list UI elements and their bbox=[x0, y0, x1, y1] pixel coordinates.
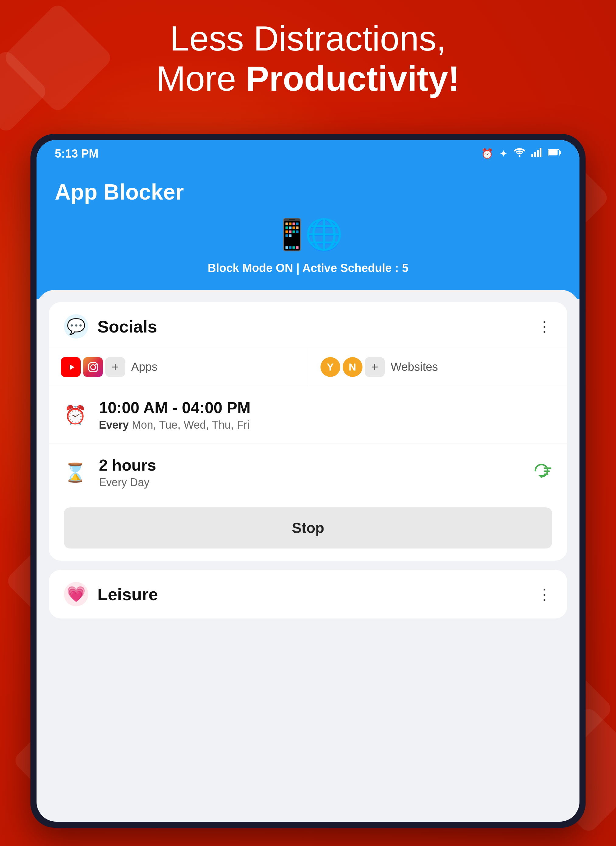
websites-section: Y N + Websites bbox=[308, 348, 567, 386]
add-app-button[interactable]: + bbox=[105, 357, 125, 377]
add-website-button[interactable]: + bbox=[365, 357, 385, 377]
leisure-category-icon: 💗 bbox=[64, 582, 88, 606]
socials-category-icon: 💬 bbox=[64, 314, 88, 339]
website-icon-y: Y bbox=[320, 357, 340, 377]
apps-section: + Apps bbox=[49, 348, 308, 386]
schedule-every-label: Every bbox=[99, 419, 129, 431]
leisure-title-group: 💗 Leisure bbox=[64, 582, 158, 606]
websites-label: Websites bbox=[391, 360, 438, 373]
svg-rect-4 bbox=[540, 148, 541, 157]
usage-row: ⌛ 2 hours Every Day bbox=[49, 444, 567, 501]
status-bar: 5:13 PM ⏰ ✦ bbox=[37, 140, 579, 167]
headline: Less Distractions, More Productivity! bbox=[0, 18, 616, 99]
app-header: App Blocker 📱 🌐 Block Mode ON | Active S… bbox=[37, 167, 579, 299]
leisure-more-button[interactable]: ⋮ bbox=[537, 585, 552, 603]
svg-marker-8 bbox=[70, 364, 75, 370]
youtube-icon bbox=[61, 357, 81, 377]
battery-icon bbox=[548, 148, 561, 159]
app-title: App Blocker bbox=[55, 179, 561, 204]
usage-duration: 2 hours bbox=[99, 456, 519, 474]
leisure-card: 💗 Leisure ⋮ bbox=[49, 570, 567, 618]
socials-more-button[interactable]: ⋮ bbox=[537, 317, 552, 335]
svg-point-0 bbox=[519, 155, 520, 157]
svg-rect-1 bbox=[531, 154, 533, 157]
svg-point-11 bbox=[95, 364, 97, 365]
leisure-title: Leisure bbox=[97, 585, 158, 604]
hourglass-icon: ⌛ bbox=[64, 462, 87, 483]
app-hero-icons: 📱 🌐 bbox=[55, 217, 561, 253]
usage-action-icon[interactable] bbox=[531, 461, 552, 483]
stop-btn-row: Stop bbox=[49, 501, 567, 561]
socials-card: 💬 Socials ⋮ bbox=[49, 302, 567, 561]
headline-line2-bold: Productivity! bbox=[246, 59, 460, 98]
alarm-schedule-icon: ⏰ bbox=[64, 404, 87, 426]
svg-rect-2 bbox=[534, 152, 536, 157]
leisure-card-header: 💗 Leisure ⋮ bbox=[49, 570, 567, 618]
signal-icon bbox=[531, 148, 542, 159]
svg-rect-6 bbox=[548, 150, 557, 156]
instagram-icon bbox=[83, 357, 103, 377]
apps-label: Apps bbox=[131, 360, 158, 373]
socials-title-group: 💬 Socials bbox=[64, 314, 157, 339]
app-icons-group: + bbox=[61, 357, 125, 377]
apps-websites-row: + Apps Y N + Websites bbox=[49, 348, 567, 386]
device-frame: 5:13 PM ⏰ ✦ bbox=[31, 134, 585, 828]
svg-rect-3 bbox=[537, 150, 539, 157]
socials-title: Socials bbox=[97, 317, 157, 336]
alarm-icon: ⏰ bbox=[481, 148, 493, 159]
schedule-row: ⏰ 10:00 AM - 04:00 PM Every Mon, Tue, We… bbox=[49, 386, 567, 444]
block-mode-status: Block Mode ON | Active Schedule : 5 bbox=[55, 261, 561, 275]
content-area: 💬 Socials ⋮ bbox=[37, 290, 579, 631]
headline-line2-normal: More bbox=[156, 59, 246, 98]
website-icons-group: Y N + bbox=[320, 357, 385, 377]
website-icon-n: N bbox=[343, 357, 363, 377]
schedule-time: 10:00 AM - 04:00 PM bbox=[99, 398, 552, 417]
bluetooth-icon: ✦ bbox=[500, 148, 508, 159]
schedule-days-text: Mon, Tue, Wed, Thu, Fri bbox=[132, 419, 250, 431]
status-icons: ⏰ ✦ bbox=[481, 148, 561, 159]
status-time: 5:13 PM bbox=[55, 147, 99, 160]
schedule-days: Every Mon, Tue, Wed, Thu, Fri bbox=[99, 419, 552, 431]
svg-rect-7 bbox=[559, 151, 561, 154]
socials-card-header: 💬 Socials ⋮ bbox=[49, 302, 567, 348]
wifi-icon bbox=[514, 148, 525, 159]
headline-line1: Less Distractions, bbox=[170, 19, 446, 58]
schedule-info: 10:00 AM - 04:00 PM Every Mon, Tue, Wed,… bbox=[99, 398, 552, 431]
usage-frequency: Every Day bbox=[99, 476, 519, 489]
svg-point-10 bbox=[91, 365, 96, 370]
usage-info: 2 hours Every Day bbox=[99, 456, 519, 489]
device-inner: 5:13 PM ⏰ ✦ bbox=[37, 140, 579, 822]
stop-button[interactable]: Stop bbox=[64, 507, 552, 548]
